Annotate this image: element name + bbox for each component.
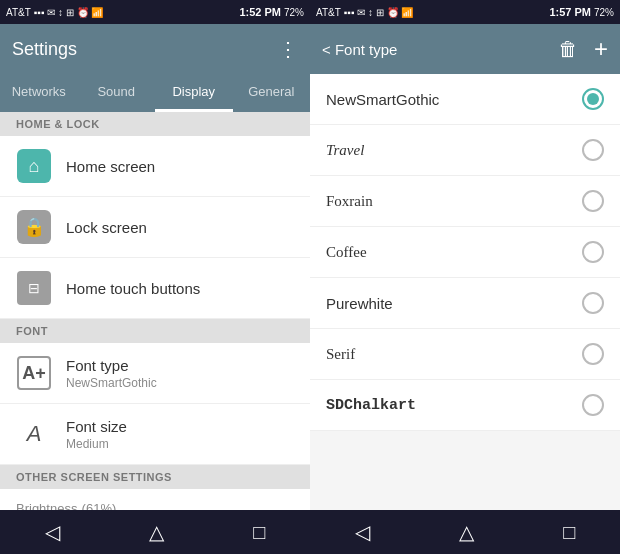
font-size-icon-wrap: A <box>16 416 52 452</box>
add-icon[interactable]: + <box>594 35 608 63</box>
menu-icon[interactable]: ⋮ <box>278 37 298 61</box>
font-name-serif: Serif <box>326 346 582 363</box>
list-item-home-screen[interactable]: ⌂ Home screen <box>0 136 310 197</box>
right-status-left: AT&T ▪▪▪ ✉ ↕ ⊞ ⏰ 📶 <box>316 7 549 18</box>
radio-newsmartgothic[interactable] <box>582 88 604 110</box>
list-item-lock-screen[interactable]: 🔒 Lock screen <box>0 197 310 258</box>
font-name-travel: Travel <box>326 142 582 159</box>
font-item-newsmartgothic[interactable]: NewSmartGothic <box>310 74 620 125</box>
font-item-foxrain[interactable]: Foxrain <box>310 176 620 227</box>
left-recents-button[interactable]: □ <box>253 521 265 544</box>
right-recents-button[interactable]: □ <box>563 521 575 544</box>
list-item-touch-buttons[interactable]: ⊟ Home touch buttons <box>0 258 310 319</box>
font-size-icon: A <box>17 417 51 451</box>
left-status-bar: AT&T ▪▪▪ ✉ ↕ ⊞ ⏰ 📶 1:52 PM 72% <box>0 0 310 24</box>
font-type-icon-wrap: A+ <box>16 355 52 391</box>
back-label: < Font type <box>322 41 397 58</box>
list-item-font-size[interactable]: A Font size Medium <box>0 404 310 465</box>
right-status-bar: AT&T ▪▪▪ ✉ ↕ ⊞ ⏰ 📶 1:57 PM 72% <box>310 0 620 24</box>
home-screen-title: Home screen <box>66 158 294 175</box>
right-top-bar: < Font type 🗑 + <box>310 24 620 74</box>
font-type-icon: A+ <box>17 356 51 390</box>
font-size-subtitle: Medium <box>66 437 294 451</box>
font-name-sdchalkart: SDChalkart <box>326 397 582 414</box>
radio-serif[interactable] <box>582 343 604 365</box>
font-item-purewhite[interactable]: Purewhite <box>310 278 620 329</box>
right-back-button[interactable]: ◁ <box>355 520 370 544</box>
section-other: OTHER SCREEN SETTINGS <box>0 465 310 489</box>
left-back-button[interactable]: ◁ <box>45 520 60 544</box>
right-carrier: AT&T <box>316 7 341 18</box>
font-item-serif[interactable]: Serif <box>310 329 620 380</box>
radio-foxrain[interactable] <box>582 190 604 212</box>
left-top-bar: Settings ⋮ <box>0 24 310 74</box>
touch-buttons-text: Home touch buttons <box>66 280 294 297</box>
font-type-title: Font type <box>66 357 294 374</box>
font-size-title: Font size <box>66 418 294 435</box>
font-type-text: Font type NewSmartGothic <box>66 357 294 390</box>
tab-sound[interactable]: Sound <box>78 74 156 112</box>
lock-screen-text: Lock screen <box>66 219 294 236</box>
font-name-coffee: Coffee <box>326 244 582 261</box>
left-nav-bar: ◁ △ □ <box>0 510 310 554</box>
touch-icon: ⊟ <box>17 271 51 305</box>
tab-general[interactable]: General <box>233 74 311 112</box>
font-size-text: Font size Medium <box>66 418 294 451</box>
left-tabs: Networks Sound Display General <box>0 74 310 112</box>
back-button[interactable]: < Font type <box>322 41 558 58</box>
tab-networks[interactable]: Networks <box>0 74 78 112</box>
section-home-lock: HOME & LOCK <box>0 112 310 136</box>
lock-screen-icon-wrap: 🔒 <box>16 209 52 245</box>
font-item-coffee[interactable]: Coffee <box>310 227 620 278</box>
section-font: FONT <box>0 319 310 343</box>
left-signal-icons: ▪▪▪ ✉ ↕ ⊞ ⏰ 📶 <box>34 7 104 18</box>
right-home-button[interactable]: △ <box>459 520 474 544</box>
font-item-travel[interactable]: Travel <box>310 125 620 176</box>
right-nav-bar: ◁ △ □ <box>310 510 620 554</box>
left-home-button[interactable]: △ <box>149 520 164 544</box>
right-time: 1:57 PM <box>549 6 591 18</box>
list-item-font-type[interactable]: A+ Font type NewSmartGothic <box>0 343 310 404</box>
left-scroll-area[interactable]: HOME & LOCK ⌂ Home screen 🔒 Lock screen … <box>0 112 310 510</box>
font-item-sdchalkart[interactable]: SDChalkart <box>310 380 620 431</box>
right-scroll-area[interactable]: NewSmartGothic Travel Foxrain Coffee Pur… <box>310 74 620 510</box>
radio-purewhite[interactable] <box>582 292 604 314</box>
radio-sdchalkart[interactable] <box>582 394 604 416</box>
right-top-icons: 🗑 + <box>558 35 608 63</box>
lock-icon: 🔒 <box>17 210 51 244</box>
radio-inner-newsmartgothic <box>587 93 599 105</box>
left-time: 1:52 PM <box>239 6 281 18</box>
left-battery: 72% <box>284 7 304 18</box>
home-icon: ⌂ <box>17 149 51 183</box>
brightness-row: Brightness (61%) ☀ <box>0 489 310 510</box>
touch-buttons-title: Home touch buttons <box>66 280 294 297</box>
right-signal-icons: ▪▪▪ ✉ ↕ ⊞ ⏰ 📶 <box>344 7 414 18</box>
tab-display[interactable]: Display <box>155 74 233 112</box>
home-screen-icon-wrap: ⌂ <box>16 148 52 184</box>
right-status-right: 1:57 PM 72% <box>549 6 614 18</box>
left-title: Settings <box>12 39 270 60</box>
font-type-subtitle: NewSmartGothic <box>66 376 294 390</box>
brightness-title: Brightness (61%) <box>16 499 294 510</box>
radio-travel[interactable] <box>582 139 604 161</box>
left-carrier: AT&T <box>6 7 31 18</box>
font-name-foxrain: Foxrain <box>326 193 582 210</box>
right-battery: 72% <box>594 7 614 18</box>
font-name-purewhite: Purewhite <box>326 295 582 312</box>
touch-buttons-icon-wrap: ⊟ <box>16 270 52 306</box>
lock-screen-title: Lock screen <box>66 219 294 236</box>
radio-coffee[interactable] <box>582 241 604 263</box>
font-name-newsmartgothic: NewSmartGothic <box>326 91 582 108</box>
brightness-percent: (61%) <box>82 501 117 510</box>
home-screen-text: Home screen <box>66 158 294 175</box>
delete-icon[interactable]: 🗑 <box>558 38 578 61</box>
left-status-left: AT&T ▪▪▪ ✉ ↕ ⊞ ⏰ 📶 <box>6 7 239 18</box>
left-status-right: 1:52 PM 72% <box>239 6 304 18</box>
left-panel: AT&T ▪▪▪ ✉ ↕ ⊞ ⏰ 📶 1:52 PM 72% Settings … <box>0 0 310 554</box>
right-panel: AT&T ▪▪▪ ✉ ↕ ⊞ ⏰ 📶 1:57 PM 72% < Font ty… <box>310 0 620 554</box>
